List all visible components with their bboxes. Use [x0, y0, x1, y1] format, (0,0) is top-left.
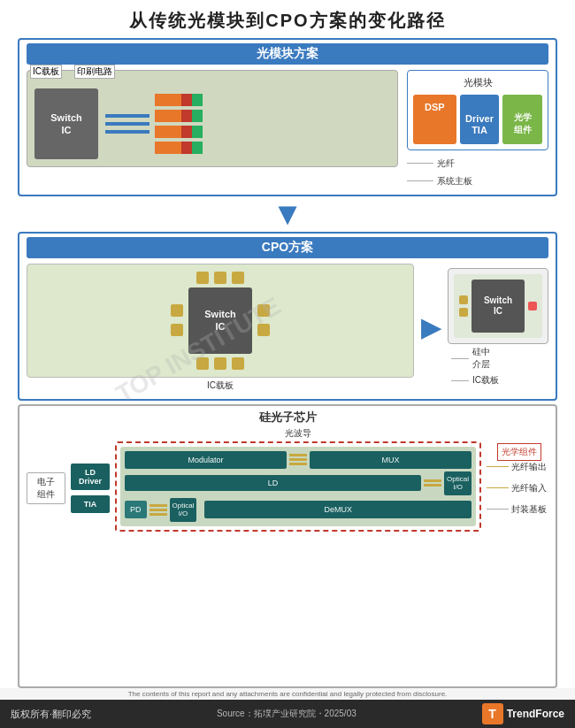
cpo-pad-t1 [196, 272, 209, 284]
gold-line-b2 [150, 509, 167, 511]
cpo-board-wrap: Switch IC IC载板 [27, 264, 414, 392]
si-ann-line-1 [451, 358, 469, 359]
si-label-annotation: 硅中 介层 [451, 346, 499, 371]
mux-box: MUX [310, 451, 472, 469]
cpo-pad-l1 [171, 304, 183, 317]
section1-content: IC载板 印刷电路 Switch IC [27, 70, 548, 188]
strip-orange-4 [155, 142, 181, 154]
strip-red-1 [181, 94, 192, 106]
pd-box: PD [125, 501, 147, 518]
optical-io-2: Optical I/O [170, 498, 197, 522]
modulator-box: Modulator [125, 451, 287, 469]
photonic-inner: Modulator MUX LD [120, 447, 476, 526]
si-pad-t1 [459, 295, 468, 304]
cpo-bottom-pads [196, 357, 244, 370]
optical-io-row1: LD Optical I/O [125, 471, 472, 495]
tia-box: TIA [71, 495, 110, 513]
strip-red-2 [181, 110, 192, 122]
strip-orange-2 [155, 110, 181, 122]
electronic-comp-box: 电子 组件 [27, 472, 65, 504]
gold-line-t1 [289, 454, 307, 456]
trendforce-name: TrendForce [507, 708, 564, 720]
si-row: Switch IC [459, 280, 537, 333]
cpo-pad-r1 [257, 304, 270, 317]
ic-label-annotation: IC载板 [451, 374, 499, 387]
section3-left-annotations: 电子 组件 [27, 445, 65, 532]
strip-green-3 [192, 126, 203, 138]
section2-cpo: CPO方案 [18, 232, 557, 401]
main-container: 从传统光模块到CPO方案的变化路径 光模块方案 IC载板 印刷电路 Switch… [0, 0, 575, 728]
top-component-row: Modulator MUX [125, 451, 472, 469]
gold-line-t3 [289, 463, 307, 465]
trendforce-icon: T [482, 703, 503, 724]
strip-red-4 [181, 142, 192, 154]
footer-source: Source：拓墣产业研究院・2025/03 [217, 708, 356, 720]
cpo-pad-b2 [214, 357, 226, 370]
section3-photonic: 硅光子芯片 电子 组件 LD Driver TIA 光波导 [18, 404, 557, 688]
arrow-right-cpo: ▶ [421, 313, 441, 342]
cpo-top-pads [196, 272, 244, 284]
s1-blue-lines [105, 114, 150, 134]
gold-line-b1 [150, 504, 167, 507]
waveguide-label: 光波导 [115, 427, 481, 440]
footer-copyright: 版权所有·翻印必究 [11, 708, 91, 721]
si-pad-t2 [459, 308, 468, 317]
strip-green-2 [192, 110, 203, 122]
cpo-left-pads [171, 304, 183, 336]
si-ann-line-2 [451, 380, 469, 381]
dashed-optical-box: Modulator MUX LD [115, 441, 481, 532]
section1-left: IC载板 印刷电路 Switch IC [27, 70, 398, 167]
si-annotations: 硅中 介层 IC载板 [451, 346, 499, 387]
photonic-chip-area: 光波导 光学组件 Modulator [115, 427, 481, 532]
blue-line-3 [105, 130, 150, 134]
strip-red-3 [181, 126, 192, 138]
s1-board: Switch IC [27, 70, 398, 167]
trendforce-logo: T TrendForce [482, 703, 564, 724]
cpo-middle-row: Switch IC [171, 287, 270, 354]
fiber-in-line [487, 487, 509, 488]
si-pad-red [528, 302, 537, 310]
fiber-out-line [487, 466, 509, 467]
strip-orange-1 [155, 94, 181, 106]
cpo-right-section: Switch IC 硅中 介层 [448, 268, 548, 387]
ld-driver-box: LD Driver [71, 464, 110, 490]
section2-content: Switch IC IC载板 [27, 264, 548, 392]
fiber-in-annotation: 光纤输入 [487, 482, 548, 494]
demux-box: DeMUX [204, 501, 472, 518]
si-right-pads [528, 302, 537, 310]
gold-line-m1 [424, 479, 441, 482]
fiber-ann-line [407, 163, 433, 164]
cpo-pad-b1 [196, 357, 209, 370]
page-title: 从传统光模块到CPO方案的变化路径 [0, 0, 575, 38]
optical-io-1: Optical I/O [444, 471, 472, 495]
ic-board-label: IC载板 [30, 65, 62, 79]
optical-comp-box: 光学 组件 [502, 95, 542, 144]
strip-orange-3 [155, 126, 181, 138]
connector-row-3 [155, 126, 203, 138]
optical-module-box: 光模块 DSP Driver TIA 光学 组件 [407, 70, 548, 150]
cpo-switch-ic-1: Switch IC [188, 287, 252, 354]
cpo-board: Switch IC [27, 264, 414, 378]
section2-label: CPO方案 [27, 237, 548, 258]
connector-row-1 [155, 94, 203, 106]
gold-lines-bot [150, 504, 167, 516]
gold-lines-mid [424, 479, 441, 487]
blue-line-2 [105, 122, 150, 126]
connector-strips [155, 94, 203, 154]
cpo-pad-t3 [232, 272, 244, 284]
blue-line-1 [105, 114, 150, 118]
si-interposer-box: Switch IC [448, 268, 548, 344]
gold-line-b3 [150, 513, 167, 516]
pkg-substrate-annotation: 封装基板 [487, 503, 548, 516]
strip-green-1 [192, 94, 203, 106]
cpo-pad-l2 [171, 324, 183, 336]
cpo-pad-r2 [257, 324, 270, 336]
optical-module-inner: DSP Driver TIA 光学 组件 [413, 95, 542, 144]
mainboard-annotation: 系统主板 [407, 175, 472, 188]
gold-line-t2 [289, 458, 307, 461]
cpo-board-label: IC载板 [27, 379, 414, 392]
strip-green-4 [192, 142, 203, 154]
section1-optical-module: 光模块方案 IC载板 印刷电路 Switch IC [18, 38, 557, 196]
gold-line-m2 [424, 484, 441, 487]
optical-module-title: 光模块 [413, 76, 542, 89]
